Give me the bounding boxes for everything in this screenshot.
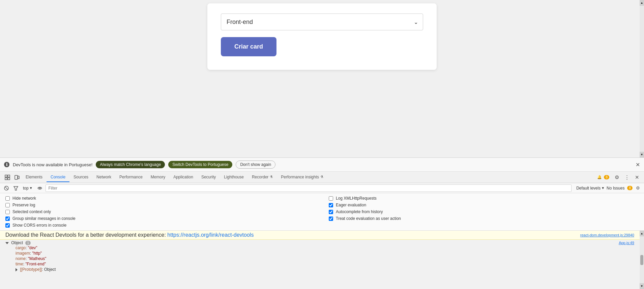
- svg-line-7: [5, 187, 8, 190]
- preserve-log-checkbox[interactable]: [5, 203, 10, 207]
- console-scroll-up[interactable]: ▲: [640, 231, 644, 236]
- svg-rect-5: [18, 176, 19, 179]
- close-banner-button[interactable]: ✕: [636, 162, 640, 168]
- react-devtools-link[interactable]: https://reactjs.org/link/react-devtools: [167, 232, 254, 238]
- tab-lighthouse[interactable]: Lighthouse: [220, 173, 248, 182]
- setting-autocomplete: Autocomplete from history: [329, 209, 639, 214]
- language-banner: ℹ DevTools is now available in Portugues…: [0, 158, 644, 172]
- setting-log-xmlhttp: Log XMLHttpRequests: [329, 196, 639, 201]
- property-cargo: cargo: "dev": [5, 245, 634, 251]
- autocomplete-label: Autocomplete from history: [336, 209, 383, 214]
- svg-rect-4: [15, 175, 18, 179]
- always-match-button[interactable]: Always match Chrome's language: [96, 161, 165, 168]
- context-label: top: [23, 186, 29, 191]
- object-label: Object: [11, 240, 23, 245]
- scroll-up-arrow[interactable]: ▲: [640, 0, 644, 6]
- tab-recorder[interactable]: Recorder ⚗: [248, 173, 277, 182]
- tab-memory[interactable]: Memory: [147, 173, 169, 182]
- context-selector[interactable]: top ▼: [22, 185, 34, 191]
- default-levels-dropdown[interactable]: Default levels ▼: [576, 186, 605, 191]
- warning-source[interactable]: react-dom.development.js:29840: [580, 233, 634, 237]
- property-nome: nome: "Matheus": [5, 256, 634, 261]
- hide-network-checkbox[interactable]: [5, 196, 10, 201]
- setting-group-similar: Group similar messages in console: [5, 216, 315, 221]
- svg-rect-2: [5, 178, 7, 180]
- issues-badge[interactable]: 🔔 8: [595, 174, 611, 181]
- console-toolbar-right: Default levels ▼ No Issues 8 ⚙: [576, 185, 641, 191]
- dont-show-again-button[interactable]: Don't show again: [236, 161, 275, 169]
- object-header: Object 1 App.js:49: [5, 240, 634, 245]
- tab-console[interactable]: Console: [47, 173, 69, 182]
- devtools-tabs-bar: Elements Console Sources Network Perform…: [0, 172, 644, 183]
- console-object-row: Object 1 App.js:49 cargo: "dev" imagem: …: [0, 240, 640, 273]
- show-cors-label: Show CORS errors in console: [12, 223, 66, 228]
- console-scrollbar: ▲ ▼: [640, 231, 644, 289]
- show-cors-checkbox[interactable]: [5, 223, 10, 228]
- info-icon: ℹ: [4, 162, 9, 167]
- device-mode-icon[interactable]: [12, 173, 22, 181]
- property-prototype: [[Prototype]]: Object: [5, 267, 634, 272]
- tab-elements[interactable]: Elements: [22, 173, 47, 182]
- eager-eval-label: Eager evaluation: [336, 203, 366, 207]
- setting-eager-eval: Eager evaluation: [329, 203, 639, 207]
- category-select[interactable]: Front-end Back-end Design: [221, 14, 423, 30]
- hide-network-label: Hide network: [12, 196, 36, 201]
- eye-icon[interactable]: [36, 185, 43, 191]
- console-output-wrapper: Download the React Devtools for a better…: [0, 231, 644, 289]
- issues-count: 8: [604, 175, 609, 179]
- console-scroll-down[interactable]: ▼: [640, 283, 644, 289]
- recorder-icon: ⚗: [270, 175, 273, 179]
- performance-insights-icon: ⚗: [320, 175, 323, 179]
- setting-selected-context: Selected context only: [5, 209, 315, 214]
- devtools-panel: ℹ DevTools is now available in Portugues…: [0, 157, 644, 289]
- treat-code-eval-label: Treat code evaluation as user action: [336, 216, 401, 221]
- filter-icon[interactable]: [12, 185, 20, 191]
- tab-sources[interactable]: Sources: [69, 173, 92, 182]
- console-scrollbar-thumb: [640, 255, 643, 265]
- console-filter-input[interactable]: [46, 184, 572, 192]
- console-output: Download the React Devtools for a better…: [0, 231, 640, 289]
- console-toolbar: top ▼ Default levels ▼ No Issues 8 ⚙: [0, 183, 644, 193]
- log-xmlhttp-checkbox[interactable]: [329, 196, 333, 201]
- levels-arrow-icon: ▼: [601, 186, 605, 190]
- tab-performance-insights[interactable]: Performance insights ⚗: [277, 173, 327, 182]
- inspect-element-icon[interactable]: [3, 173, 12, 181]
- category-select-wrapper: Front-end Back-end Design ⌄: [221, 13, 423, 30]
- selected-context-label: Selected context only: [12, 209, 51, 214]
- expand-prototype-icon[interactable]: [16, 268, 18, 271]
- group-similar-checkbox[interactable]: [5, 216, 10, 221]
- clear-console-icon[interactable]: [3, 185, 10, 191]
- setting-treat-code-eval: Treat code evaluation as user action: [329, 216, 639, 221]
- tab-application[interactable]: Application: [169, 173, 197, 182]
- no-issues-count: 8: [627, 186, 633, 190]
- main-scrollbar: ▲ ▼: [640, 0, 644, 157]
- setting-show-cors: Show CORS errors in console: [5, 223, 315, 228]
- issues-icon: 🔔: [597, 175, 602, 179]
- more-options-icon[interactable]: ⋮: [622, 173, 632, 182]
- tabs-right-actions: 🔔 8 ⚙ ⋮ ✕: [595, 173, 641, 182]
- setting-preserve-log: Preserve log: [5, 203, 315, 207]
- expand-object-icon[interactable]: [5, 242, 9, 244]
- eager-eval-checkbox[interactable]: [329, 203, 333, 207]
- group-similar-label: Group similar messages in console: [12, 216, 76, 221]
- close-devtools-icon[interactable]: ✕: [633, 173, 641, 182]
- no-issues-label: No Issues: [607, 186, 624, 191]
- selected-context-checkbox[interactable]: [5, 210, 10, 214]
- no-issues-indicator: No Issues 8: [607, 186, 633, 191]
- tab-performance[interactable]: Performance: [115, 173, 147, 182]
- console-settings-icon[interactable]: ⚙: [635, 185, 641, 191]
- tab-network[interactable]: Network: [92, 173, 115, 182]
- autocomplete-checkbox[interactable]: [329, 210, 333, 214]
- treat-code-eval-checkbox[interactable]: [329, 216, 333, 221]
- scroll-down-arrow[interactable]: ▼: [640, 152, 644, 157]
- tab-security[interactable]: Security: [197, 173, 220, 182]
- switch-to-portuguese-button[interactable]: Switch DevTools to Portuguese: [168, 161, 232, 168]
- object-source[interactable]: App.js:49: [619, 241, 634, 245]
- preserve-log-label: Preserve log: [12, 203, 35, 207]
- property-imagem: imagem: "http": [5, 251, 634, 256]
- context-arrow-icon: ▼: [29, 186, 33, 190]
- console-settings-panel: Hide network Log XMLHttpRequests Preserv…: [0, 193, 644, 231]
- banner-message: DevTools is now available in Portuguese!: [13, 162, 92, 167]
- settings-icon[interactable]: ⚙: [613, 173, 621, 182]
- criar-card-button[interactable]: Criar card: [221, 37, 276, 56]
